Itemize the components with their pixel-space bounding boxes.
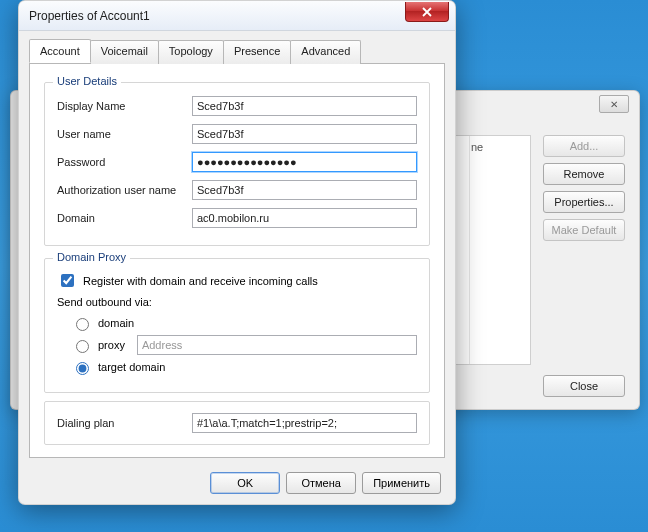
register-label: Register with domain and receive incomin… [83, 275, 318, 287]
close-button[interactable]: Close [543, 375, 625, 397]
outbound-domain-radio[interactable] [76, 318, 89, 331]
make-default-button[interactable]: Make Default [543, 219, 625, 241]
tab-panel-account: User Details Display Name User name Pass… [29, 64, 445, 458]
domain-input[interactable] [192, 208, 417, 228]
close-icon: ✕ [610, 99, 618, 110]
dialing-plan-label: Dialing plan [57, 417, 192, 429]
ok-button[interactable]: OK [210, 472, 280, 494]
domain-label: Domain [57, 212, 192, 224]
tab-topology[interactable]: Topology [158, 40, 224, 64]
properties-button[interactable]: Properties... [543, 191, 625, 213]
tab-account[interactable]: Account [29, 39, 91, 63]
dialing-plan-input[interactable] [192, 413, 417, 433]
domain-proxy-group: Domain Proxy Register with domain and re… [44, 258, 430, 393]
add-button[interactable]: Add... [543, 135, 625, 157]
account-properties-dialog: Properties of Account1 Account Voicemail… [18, 0, 456, 505]
tabs: Account Voicemail Topology Presence Adva… [29, 39, 445, 64]
window-title: Properties of Account1 [29, 9, 150, 23]
tab-voicemail[interactable]: Voicemail [90, 40, 159, 64]
dialing-plan-group: Dialing plan [44, 401, 430, 445]
user-details-legend: User Details [53, 75, 121, 87]
bg-close-button[interactable]: ✕ [599, 95, 629, 113]
tab-advanced[interactable]: Advanced [290, 40, 361, 64]
auth-user-label: Authorization user name [57, 184, 192, 196]
proxy-address-input[interactable] [137, 335, 417, 355]
send-outbound-label: Send outbound via: [57, 296, 417, 308]
user-name-label: User name [57, 128, 192, 140]
outbound-proxy-label: proxy [98, 339, 125, 351]
display-name-input[interactable] [192, 96, 417, 116]
password-input[interactable] [192, 152, 417, 172]
display-name-label: Display Name [57, 100, 192, 112]
outbound-target-radio[interactable] [76, 362, 89, 375]
outbound-domain-label: domain [98, 317, 134, 329]
titlebar[interactable]: Properties of Account1 [19, 1, 455, 31]
auth-user-input[interactable] [192, 180, 417, 200]
register-checkbox[interactable] [61, 274, 74, 287]
password-label: Password [57, 156, 192, 168]
remove-button[interactable]: Remove [543, 163, 625, 185]
close-icon [422, 7, 432, 17]
user-details-group: User Details Display Name User name Pass… [44, 82, 430, 246]
apply-button[interactable]: Применить [362, 472, 441, 494]
user-name-input[interactable] [192, 124, 417, 144]
outbound-proxy-radio[interactable] [76, 340, 89, 353]
tab-presence[interactable]: Presence [223, 40, 291, 64]
cancel-button[interactable]: Отмена [286, 472, 356, 494]
domain-proxy-legend: Domain Proxy [53, 251, 130, 263]
window-close-button[interactable] [405, 2, 449, 22]
outbound-target-label: target domain [98, 361, 165, 373]
